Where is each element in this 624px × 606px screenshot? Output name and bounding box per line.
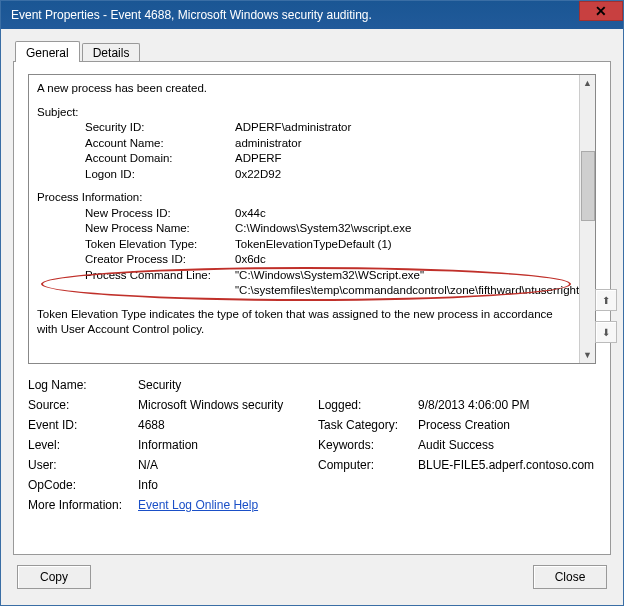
- dialog-button-row: Copy Close: [13, 555, 611, 593]
- token-elevation-explain: Token Elevation Type indicates the type …: [37, 307, 573, 338]
- next-record-button[interactable]: ⬇: [595, 321, 617, 343]
- more-info-label: More Information:: [28, 498, 138, 512]
- logged-label: Logged:: [318, 398, 418, 412]
- log-name-value: Security: [138, 378, 596, 392]
- level-value: Information: [138, 438, 318, 452]
- scroll-down-icon[interactable]: ▼: [580, 347, 596, 363]
- new-pname-value: C:\Windows\System32\wscript.exe: [235, 221, 411, 237]
- event-properties-window: Event Properties - Event 4688, Microsoft…: [0, 0, 624, 606]
- process-info-section-label: Process Information:: [37, 190, 573, 206]
- tab-general[interactable]: General: [15, 41, 80, 62]
- user-label: User:: [28, 458, 138, 472]
- security-id-value: ADPERF\administrator: [235, 120, 351, 136]
- account-name-value: administrator: [235, 136, 301, 152]
- source-label: Source:: [28, 398, 138, 412]
- cmdline-value: "C:\Windows\System32\WScript.exe" "C:\sy…: [235, 268, 573, 299]
- event-id-label: Event ID:: [28, 418, 138, 432]
- creator-pid-label: Creator Process ID:: [85, 252, 235, 268]
- logon-id-label: Logon ID:: [85, 167, 235, 183]
- account-domain-value: ADPERF: [235, 151, 282, 167]
- new-pid-label: New Process ID:: [85, 206, 235, 222]
- keywords-value: Audit Success: [418, 438, 596, 452]
- close-icon[interactable]: ✕: [579, 1, 623, 21]
- user-value: N/A: [138, 458, 318, 472]
- opcode-value: Info: [138, 478, 596, 492]
- window-title: Event Properties - Event 4688, Microsoft…: [11, 8, 372, 22]
- logged-value: 9/8/2013 4:06:00 PM: [418, 398, 596, 412]
- more-info-link[interactable]: Event Log Online Help: [138, 498, 596, 512]
- token-elevation-label: Token Elevation Type:: [85, 237, 235, 253]
- account-name-label: Account Name:: [85, 136, 235, 152]
- window-body: General Details A new process has been c…: [1, 29, 623, 605]
- token-elevation-value: TokenElevationTypeDefault (1): [235, 237, 392, 253]
- security-id-label: Security ID:: [85, 120, 235, 136]
- new-pid-value: 0x44c: [235, 206, 266, 222]
- tab-strip: General Details: [15, 39, 611, 61]
- titlebar: Event Properties - Event 4688, Microsoft…: [1, 1, 623, 29]
- tab-panel-general: A new process has been created. Subject:…: [13, 61, 611, 555]
- task-category-label: Task Category:: [318, 418, 418, 432]
- tab-details[interactable]: Details: [82, 43, 141, 62]
- scroll-thumb[interactable]: [581, 151, 595, 221]
- opcode-label: OpCode:: [28, 478, 138, 492]
- cmdline-label: Process Command Line:: [85, 268, 235, 299]
- computer-value: BLUE-FILE5.adperf.contoso.com: [418, 458, 596, 472]
- event-description-box: A new process has been created. Subject:…: [28, 74, 596, 364]
- source-value: Microsoft Windows security: [138, 398, 318, 412]
- log-name-label: Log Name:: [28, 378, 138, 392]
- account-domain-label: Account Domain:: [85, 151, 235, 167]
- record-nav-buttons: ⬆ ⬇: [595, 289, 617, 343]
- event-metadata-grid: Log Name: Security Source: Microsoft Win…: [28, 378, 596, 512]
- close-button[interactable]: Close: [533, 565, 607, 589]
- creator-pid-value: 0x6dc: [235, 252, 266, 268]
- description-heading: A new process has been created.: [37, 81, 573, 97]
- logon-id-value: 0x22D92: [235, 167, 281, 183]
- event-id-value: 4688: [138, 418, 318, 432]
- keywords-label: Keywords:: [318, 438, 418, 452]
- scroll-up-icon[interactable]: ▲: [580, 75, 596, 91]
- copy-button[interactable]: Copy: [17, 565, 91, 589]
- new-pname-label: New Process Name:: [85, 221, 235, 237]
- computer-label: Computer:: [318, 458, 418, 472]
- level-label: Level:: [28, 438, 138, 452]
- previous-record-button[interactable]: ⬆: [595, 289, 617, 311]
- subject-section-label: Subject:: [37, 105, 573, 121]
- task-category-value: Process Creation: [418, 418, 596, 432]
- description-scrollbar[interactable]: ▲ ▼: [579, 75, 595, 363]
